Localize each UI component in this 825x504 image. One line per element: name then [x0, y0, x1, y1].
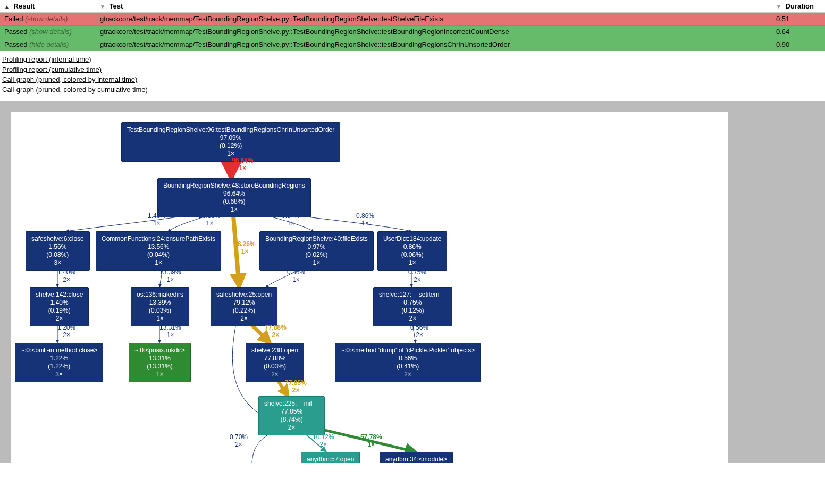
edge-label: 57.78%1× — [360, 434, 382, 449]
graph-node[interactable]: ~:0:<posix.mkdir>13.31%(13.31%)1× — [129, 343, 191, 382]
table-row: Passed (show details)gtrackcore/test/tra… — [0, 26, 825, 38]
col-header-result[interactable]: ▲ Result — [0, 0, 96, 13]
results-table: ▲ Result ▼ Test ▼ Duration Failed (show … — [0, 0, 825, 51]
result-cell: Passed (show details) — [0, 26, 96, 38]
col-header-duration[interactable]: ▼ Duration — [772, 0, 825, 13]
graph-node[interactable]: shelve:225:__init__77.85%(8.74%)2× — [258, 396, 325, 435]
graph-node[interactable]: safeshelve:6:close1.56%(0.08%)3× — [26, 231, 90, 271]
edge-label: 77.85%2× — [285, 380, 307, 394]
details-toggle[interactable]: (show details) — [25, 15, 68, 23]
edge-label: 0.97%1× — [282, 213, 300, 228]
test-cell: gtrackcore/test/track/memmap/TestBoundin… — [96, 26, 772, 38]
profiling-link[interactable]: Profiling report (internal time) — [2, 55, 91, 63]
graph-node[interactable]: shelve:230:open77.88%(0.03%)2× — [246, 343, 304, 382]
table-row: Failed (show details)gtrackcore/test/tra… — [0, 13, 825, 26]
graph-node[interactable]: ~:0:<method 'dump' of 'cPickle.Pickler' … — [335, 343, 481, 382]
test-cell: gtrackcore/test/track/memmap/TestBoundin… — [96, 38, 772, 51]
status-text: Failed — [4, 15, 25, 23]
edge-label: 78.26%1× — [234, 241, 256, 256]
col-header-test[interactable]: ▼ Test — [96, 0, 772, 13]
sort-asc-icon: ▲ — [4, 4, 10, 10]
sort-desc-icon: ▼ — [776, 4, 781, 10]
links-list: Profiling report (internal time)Profilin… — [0, 51, 825, 101]
graph-node[interactable]: os:136:makedirs13.39%(0.03%)1× — [131, 287, 189, 326]
call-graph[interactable]: TestBoundingRegionShelve:96:testBounding… — [11, 112, 728, 463]
graph-node[interactable]: BoundingRegionShelve:48:storeBoundingReg… — [157, 178, 311, 217]
profiling-link[interactable]: Profiling report (cumulative time) — [2, 65, 102, 73]
graph-node[interactable]: anydbm:57:open — [301, 452, 360, 463]
profiling-link[interactable]: Call-graph (pruned, colored by internal … — [2, 75, 137, 83]
result-cell: Passed (hide details) — [0, 38, 96, 51]
graph-node[interactable]: safeshelve:25:open79.12%(0.22%)2× — [211, 287, 277, 326]
edge-label: 1.20%2× — [57, 324, 75, 339]
status-text: Passed — [4, 28, 29, 36]
edge-label: 1.40%2× — [57, 269, 75, 284]
graph-node[interactable]: shelve:127:__setitem__0.75%(0.12%)2× — [373, 287, 452, 326]
profiling-link[interactable]: Call-graph (pruned, colored by cumulativ… — [2, 86, 148, 94]
duration-cell: 0.64 — [772, 26, 825, 38]
graph-node[interactable]: UserDict:184:update0.86%(0.06%)1× — [377, 231, 447, 271]
graph-node[interactable]: CommonFunctions:24:ensurePathExists13.56… — [96, 231, 221, 271]
edge-label: 0.75%2× — [408, 269, 426, 284]
edge-label: 13.31%1× — [159, 324, 181, 339]
edge-label: 0.56%2× — [410, 324, 428, 339]
edge-label: 77.88%2× — [265, 324, 287, 339]
result-cell: Failed (show details) — [0, 13, 96, 26]
edge-label: 96.64%1× — [232, 157, 254, 172]
edge-label: 13.56%1× — [199, 213, 221, 228]
call-graph-container: TestBoundingRegionShelve:96:testBounding… — [0, 101, 825, 463]
edge-label: 0.70%2× — [230, 434, 248, 449]
edge-label: 0.86%1× — [356, 213, 374, 228]
graph-node[interactable]: anydbm:34:<module> — [380, 452, 453, 463]
duration-cell: 0.51 — [772, 13, 825, 26]
edge-label: 13.39%1× — [159, 269, 181, 284]
graph-node[interactable]: TestBoundingRegionShelve:96:testBounding… — [121, 122, 340, 162]
graph-node[interactable]: ~:0:<built-in method close>1.22%(1.22%)3… — [15, 343, 103, 382]
graph-node[interactable]: BoundingRegionShelve:40:fileExists0.97%(… — [259, 231, 374, 271]
test-cell: gtrackcore/test/track/memmap/TestBoundin… — [96, 13, 772, 26]
duration-cell: 0.90 — [772, 38, 825, 51]
edge-label: 1.48%1× — [148, 213, 166, 228]
edge-label: 10.12%2× — [313, 434, 334, 449]
table-row: Passed (hide details)gtrackcore/test/tra… — [0, 38, 825, 51]
sort-desc-icon: ▼ — [100, 4, 105, 10]
details-toggle[interactable]: (hide details) — [29, 40, 69, 48]
graph-node[interactable]: shelve:142:close1.40%(0.19%)2× — [30, 287, 89, 326]
edge-label: 0.86%1× — [287, 269, 305, 284]
details-toggle[interactable]: (show details) — [29, 28, 72, 36]
status-text: Passed — [4, 40, 29, 48]
